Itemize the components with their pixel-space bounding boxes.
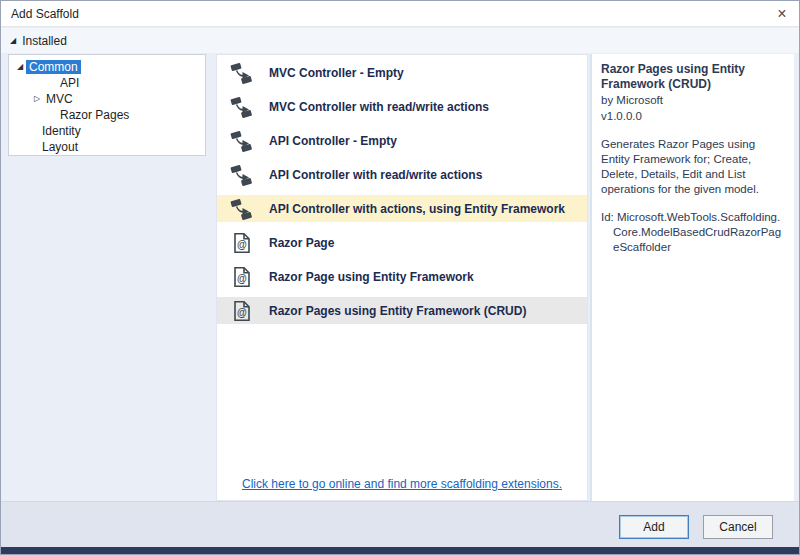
scaffold-item-label: MVC Controller with read/write actions (269, 100, 489, 114)
svg-text:@: @ (237, 238, 247, 249)
razor-page-icon: @ (230, 299, 254, 323)
details-id: Id: Microsoft.WebTools.Scaffolding.Core.… (601, 210, 786, 255)
scaffold-item-razor-page[interactable]: @ Razor Page (217, 229, 587, 256)
scaffold-item-api-controller-with-read-write-actions[interactable]: API Controller with read/write actions (217, 161, 587, 188)
scaffold-item-label: Razor Page (269, 236, 334, 250)
tree-item-layout[interactable]: Layout (9, 139, 205, 155)
details-version: v1.0.0.0 (601, 109, 786, 124)
tree-item-api[interactable]: API (9, 75, 205, 91)
installed-label: Installed (22, 34, 67, 48)
scaffold-item-label: API Controller with read/write actions (269, 168, 482, 182)
window-bottom-edge (1, 547, 799, 554)
controller-icon (230, 95, 254, 119)
category-tree: ◢CommonAPI▷MVCRazor PagesIdentityLayout (8, 54, 206, 156)
title-bar: Add Scaffold × (1, 1, 799, 27)
scaffold-item-mvc-controller-empty[interactable]: MVC Controller - Empty (217, 59, 587, 86)
tree-item-label: MVC (43, 92, 76, 106)
scaffold-item-api-controller-with-actions-using-entity-framework[interactable]: API Controller with actions, using Entit… (217, 195, 587, 222)
dialog-title: Add Scaffold (1, 7, 79, 21)
scaffold-list: MVC Controller - Empty MVC Controller wi… (216, 54, 588, 501)
scaffold-item-razor-pages-using-entity-framework-crud[interactable]: @ Razor Pages using Entity Framework (CR… (217, 297, 587, 324)
razor-page-icon: @ (230, 231, 254, 255)
details-description: Generates Razor Pages using Entity Frame… (601, 137, 786, 197)
tree-item-label: Layout (39, 140, 81, 154)
tree-item-label: Razor Pages (57, 108, 132, 122)
details-panel: Razor Pages using Entity Framework (CRUD… (590, 54, 794, 501)
tree-item-common[interactable]: ◢Common (9, 59, 205, 75)
chevron-expanded-icon[interactable]: ◢ (14, 63, 26, 71)
details-title: Razor Pages using Entity Framework (CRUD… (601, 62, 786, 92)
scaffold-item-label: MVC Controller - Empty (269, 66, 404, 80)
add-button[interactable]: Add (619, 515, 689, 539)
cancel-button[interactable]: Cancel (703, 515, 773, 539)
details-author: by Microsoft (601, 93, 786, 108)
tree-item-mvc[interactable]: ▷MVC (9, 91, 205, 107)
controller-icon (230, 61, 254, 85)
tree-item-identity[interactable]: Identity (9, 123, 205, 139)
scaffold-item-label: Razor Page using Entity Framework (269, 270, 474, 284)
scaffold-item-label: API Controller with actions, using Entit… (269, 202, 565, 216)
footer: Add Cancel (1, 501, 799, 549)
scaffold-item-api-controller-empty[interactable]: API Controller - Empty (217, 127, 587, 154)
close-icon[interactable]: × (771, 3, 793, 25)
controller-icon (230, 129, 254, 153)
tree-item-label: API (57, 76, 82, 90)
add-scaffold-dialog: Add Scaffold × ◢ Installed ◢CommonAPI▷MV… (0, 0, 800, 555)
controller-icon (230, 197, 254, 221)
scaffold-item-mvc-controller-with-read-write-actions[interactable]: MVC Controller with read/write actions (217, 93, 587, 120)
chevron-collapsed-icon[interactable]: ▷ (31, 95, 43, 103)
find-more-extensions-link[interactable]: Click here to go online and find more sc… (217, 477, 587, 491)
scaffold-item-razor-page-using-entity-framework[interactable]: @ Razor Page using Entity Framework (217, 263, 587, 290)
scaffold-item-label: Razor Pages using Entity Framework (CRUD… (269, 304, 526, 318)
scaffold-item-label: API Controller - Empty (269, 134, 397, 148)
razor-page-icon: @ (230, 265, 254, 289)
tree-item-label: Common (26, 60, 81, 74)
svg-text:@: @ (237, 306, 247, 317)
tree-item-label: Identity (39, 124, 84, 138)
chevron-expanded-icon: ◢ (10, 37, 16, 45)
installed-section-header[interactable]: ◢ Installed (1, 28, 799, 53)
controller-icon (230, 163, 254, 187)
tree-item-razor-pages[interactable]: Razor Pages (9, 107, 205, 123)
svg-text:@: @ (237, 272, 247, 283)
